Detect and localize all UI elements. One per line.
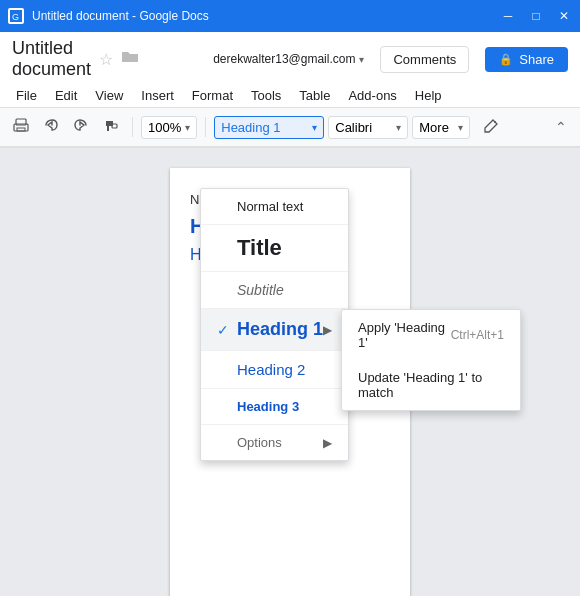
menu-item-help[interactable]: Help [407, 84, 450, 107]
style-dropdown[interactable]: Heading 1 ▾ [214, 116, 324, 139]
heading1-arrow-icon: ▶ [323, 323, 332, 337]
more-dropdown[interactable]: More ▾ [412, 116, 470, 139]
style-options-label: Options [237, 435, 282, 450]
style-menu-heading1[interactable]: ✓ Heading 1 ▶ Apply 'Heading 1' Ctrl+Alt… [201, 309, 348, 351]
folder-icon[interactable] [121, 50, 139, 68]
font-dropdown[interactable]: Calibri ▾ [328, 116, 408, 139]
doc-title-row: Untitled document ☆ derekwalter13@gmail.… [0, 32, 580, 84]
style-heading3-label: Heading 3 [237, 399, 299, 414]
apply-heading1-label: Apply 'Heading 1' [358, 320, 451, 350]
share-label: Share [519, 52, 554, 67]
user-chevron-icon: ▾ [359, 54, 364, 65]
lock-icon: 🔒 [499, 53, 513, 66]
title-bar: G Untitled document - Google Docs ─ □ ✕ [0, 0, 580, 32]
style-menu-normal[interactable]: Normal text [201, 189, 348, 225]
style-title-label: Title [237, 235, 282, 261]
font-name-label: Calibri [335, 120, 372, 135]
document-title[interactable]: Untitled document [12, 38, 91, 80]
style-menu-title[interactable]: Title [201, 225, 348, 272]
style-menu-heading3[interactable]: Heading 3 [201, 389, 348, 425]
style-selected-label: Heading 1 [221, 120, 280, 135]
menu-item-edit[interactable]: Edit [47, 84, 85, 107]
redo-button[interactable] [68, 115, 94, 140]
menu-item-view[interactable]: View [87, 84, 131, 107]
check-heading1-icon: ✓ [217, 322, 237, 338]
svg-rect-4 [17, 128, 25, 131]
user-email: derekwalter13@gmail.com [213, 52, 355, 66]
more-chevron-icon: ▾ [458, 122, 463, 133]
window-controls: ─ □ ✕ [500, 9, 572, 23]
style-menu-subtitle[interactable]: Subtitle [201, 272, 348, 309]
style-menu-heading2[interactable]: Heading 2 [201, 351, 348, 389]
main-area: Normal text Heading 1 Heading 2 Normal t… [0, 148, 580, 596]
menu-bar: File Edit View Insert Format Tools Table… [0, 84, 580, 107]
style-heading2-label: Heading 2 [237, 361, 305, 378]
style-menu-options[interactable]: Options ▶ [201, 425, 348, 460]
app-icon: G [8, 8, 24, 24]
toolbar: 100% ▾ Heading 1 ▾ Calibri ▾ More ▾ ⌃ [0, 107, 580, 147]
pen-button[interactable] [478, 115, 504, 140]
more-label: More [419, 120, 449, 135]
style-heading1-label: Heading 1 [237, 319, 323, 340]
paint-format-button[interactable] [98, 115, 124, 140]
update-heading1-button[interactable]: Update 'Heading 1' to match [342, 360, 520, 410]
toolbar-separator-1 [132, 117, 133, 137]
zoom-level: 100% [148, 120, 181, 135]
minimize-button[interactable]: ─ [500, 9, 516, 23]
menu-item-table[interactable]: Table [291, 84, 338, 107]
undo-button[interactable] [38, 115, 64, 140]
maximize-button[interactable]: □ [528, 9, 544, 23]
share-button[interactable]: 🔒 Share [485, 47, 568, 72]
print-button[interactable] [8, 115, 34, 140]
star-icon[interactable]: ☆ [99, 50, 113, 69]
doc-canvas: Normal text Heading 1 Heading 2 Normal t… [0, 148, 580, 596]
svg-point-6 [494, 121, 496, 123]
menu-item-addons[interactable]: Add-ons [340, 84, 404, 107]
style-chevron-icon: ▾ [312, 122, 317, 133]
menu-item-file[interactable]: File [8, 84, 45, 107]
comments-button[interactable]: Comments [380, 46, 469, 73]
heading1-submenu: Apply 'Heading 1' Ctrl+Alt+1 Update 'Hea… [341, 309, 521, 411]
svg-text:G: G [12, 12, 19, 22]
app-header: Untitled document ☆ derekwalter13@gmail.… [0, 32, 580, 148]
window-title: Untitled document - Google Docs [32, 9, 500, 23]
menu-item-tools[interactable]: Tools [243, 84, 289, 107]
style-subtitle-label: Subtitle [237, 282, 284, 298]
apply-heading1-button[interactable]: Apply 'Heading 1' Ctrl+Alt+1 [342, 310, 520, 360]
menu-item-format[interactable]: Format [184, 84, 241, 107]
update-heading1-label: Update 'Heading 1' to match [358, 370, 504, 400]
style-normal-label: Normal text [237, 199, 303, 214]
options-arrow-icon: ▶ [323, 436, 332, 450]
collapse-button[interactable]: ⌃ [550, 116, 572, 138]
zoom-dropdown[interactable]: 100% ▾ [141, 116, 197, 139]
toolbar-separator-2 [205, 117, 206, 137]
font-chevron-icon: ▾ [396, 122, 401, 133]
user-area[interactable]: derekwalter13@gmail.com ▾ [213, 52, 364, 66]
style-dropdown-menu: Normal text Title Subtitle ✓ Heading 1 ▶ [200, 188, 349, 461]
zoom-chevron-icon: ▾ [185, 122, 190, 133]
close-button[interactable]: ✕ [556, 9, 572, 23]
menu-item-insert[interactable]: Insert [133, 84, 182, 107]
apply-heading1-shortcut: Ctrl+Alt+1 [451, 328, 504, 342]
